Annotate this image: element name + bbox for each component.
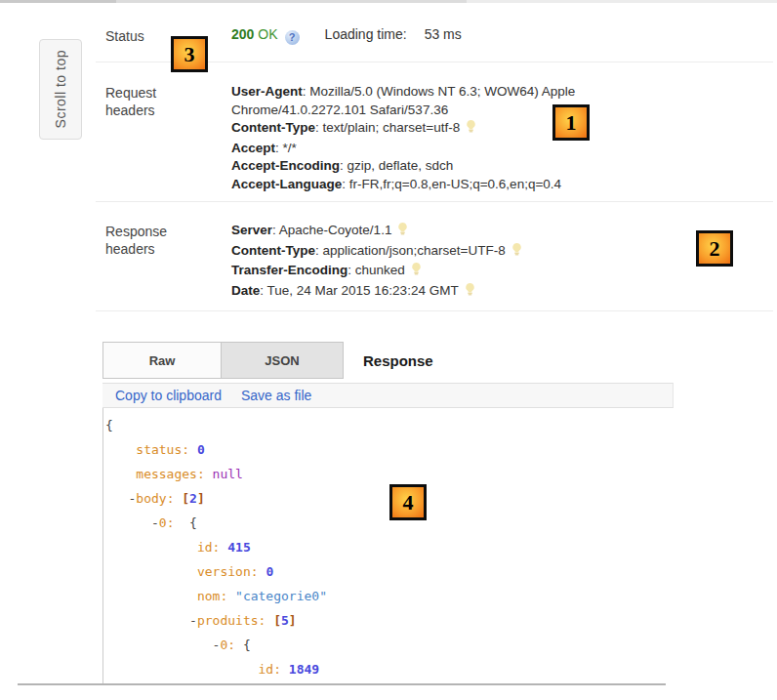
- loading-time-value: 53 ms: [425, 26, 462, 42]
- annotation-badge-1: 1: [552, 104, 590, 141]
- status-value-row: 200OK?Loading time:53 ms: [231, 26, 462, 45]
- header-name: Date: [231, 283, 260, 298]
- tab-raw[interactable]: Raw: [102, 342, 222, 379]
- help-question-icon[interactable]: ?: [285, 30, 300, 45]
- hint-bulb-icon[interactable]: [411, 262, 422, 282]
- header-content-type: Content-Type: application/json;charset=U…: [231, 242, 700, 263]
- header-value: Apache-Coyote/1.1: [279, 223, 392, 237]
- status-code: 200: [231, 26, 254, 42]
- status-reason: OK: [258, 26, 277, 42]
- header-accept-encoding: Accept-Encoding: gzip, deflate, sdch: [231, 157, 651, 176]
- hint-bulb-icon[interactable]: [511, 242, 522, 263]
- separator: [96, 201, 773, 202]
- json-code-line: -0: {: [105, 633, 674, 657]
- header-server: Server: Apache-Coyote/1.1: [231, 222, 700, 242]
- header-name: Accept-Encoding: [231, 158, 340, 173]
- header-value: text/plain; charset=utf-8: [323, 120, 461, 135]
- header-name: Transfer-Encoding: [231, 263, 348, 277]
- response-headers-list: Server: Apache-Coyote/1.1Content-Type: a…: [231, 222, 700, 302]
- header-name: User-Agent: [231, 84, 303, 99]
- json-code-line: id: 415: [105, 535, 674, 559]
- save-as-file-link[interactable]: Save as file: [241, 388, 311, 403]
- tab-json[interactable]: JSON: [221, 342, 344, 379]
- status-label: Status: [105, 27, 144, 45]
- json-code-line: -produits: [5]: [105, 608, 674, 633]
- json-code-line: {: [105, 413, 674, 437]
- header-name: Accept: [231, 141, 275, 155]
- separator: [96, 310, 773, 311]
- json-code-line: messages: null: [105, 462, 674, 486]
- header-value: application/json;charset=UTF-8: [323, 243, 506, 258]
- request-headers-label: Request headers: [105, 84, 174, 119]
- annotation-badge-4: 4: [389, 484, 427, 520]
- header-name: Accept-Language: [231, 177, 342, 191]
- header-value: Tue, 24 Mar 2015 16:23:24 GMT: [267, 283, 459, 298]
- rest-client-response-view: Scroll to top Status 200OK?Loading time:…: [0, 0, 777, 700]
- copy-to-clipboard-link[interactable]: Copy to clipboard: [115, 388, 222, 403]
- header-accept-language: Accept-Language: fr-FR,fr;q=0.8,en-US;q=…: [231, 176, 651, 194]
- hint-bulb-icon[interactable]: [466, 119, 476, 140]
- bottom-divider: [18, 683, 666, 685]
- header-value: chunked: [355, 263, 405, 277]
- json-code-line: id: 1849: [105, 657, 674, 681]
- hint-bulb-icon[interactable]: [465, 282, 475, 303]
- json-response-body: { status: 0 messages: null -body: [2] -0…: [102, 408, 674, 683]
- json-code-line: version: 0: [105, 559, 674, 584]
- header-value: gzip, deflate, sdch: [348, 158, 454, 173]
- loading-time-label: Loading time:: [325, 26, 407, 42]
- json-code-line: nom: "categorie0": [105, 584, 674, 608]
- header-name: Server: [231, 223, 272, 237]
- header-name: Content-Type: [231, 120, 315, 135]
- hint-bulb-icon[interactable]: [397, 222, 408, 242]
- header-value: */*: [283, 141, 297, 155]
- response-panel-title: Response: [363, 352, 433, 369]
- response-headers-label: Response headers: [105, 223, 182, 258]
- header-accept: Accept: */*: [231, 140, 651, 158]
- top-divider: [0, 0, 777, 3]
- header-value: fr-FR,fr;q=0.8,en-US;q=0.6,en;q=0.4: [349, 177, 561, 191]
- annotation-badge-2: 2: [696, 230, 733, 267]
- header-transfer-encoding: Transfer-Encoding: chunked: [231, 262, 700, 282]
- response-actions-bar: Copy to clipboard Save as file: [102, 383, 674, 408]
- scroll-to-top-label: Scroll to top: [53, 50, 68, 128]
- scroll-to-top-button[interactable]: Scroll to top: [39, 39, 82, 140]
- header-name: Content-Type: [231, 243, 315, 258]
- json-code: { status: 0 messages: null -body: [2] -0…: [105, 413, 674, 681]
- json-code-line: status: 0: [105, 437, 674, 462]
- header-date: Date: Tue, 24 Mar 2015 16:23:24 GMT: [231, 282, 700, 303]
- annotation-badge-3: 3: [171, 36, 208, 72]
